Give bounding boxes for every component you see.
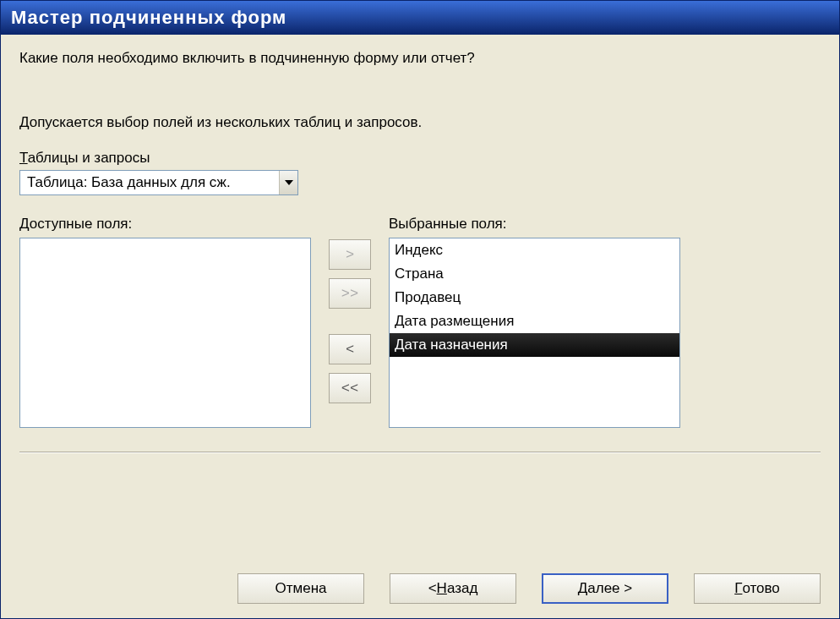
- list-item[interactable]: Индекс: [390, 238, 679, 262]
- remove-all-button[interactable]: <<: [329, 373, 371, 403]
- list-item[interactable]: Продавец: [390, 286, 679, 310]
- back-rest: азад: [447, 580, 477, 597]
- selected-column: Выбранные поля: ИндексСтранаПродавецДата…: [389, 216, 680, 428]
- selected-label: Выбранные поля:: [389, 216, 680, 233]
- back-button[interactable]: < Назад: [390, 573, 516, 604]
- titlebar: Мастер подчиненных форм: [1, 1, 839, 35]
- tables-queries-combo-wrap: Таблица: База данных для сж.: [19, 170, 821, 195]
- back-pre: <: [428, 580, 437, 597]
- list-item[interactable]: Страна: [390, 262, 679, 286]
- fields-row: Доступные поля: > >> < << Выбранные поля…: [19, 216, 821, 428]
- tables-queries-label: Таблицы и запросы: [19, 150, 821, 167]
- cancel-label: Отмена: [275, 580, 327, 597]
- list-item[interactable]: Дата назначения: [390, 333, 679, 357]
- question-text: Какие поля необходимо включить в подчине…: [19, 50, 821, 67]
- mover-column: > >> < <<: [311, 216, 389, 412]
- remove-button[interactable]: <: [329, 334, 371, 364]
- content-area: Какие поля необходимо включить в подчине…: [1, 35, 839, 559]
- available-fields-listbox[interactable]: [19, 238, 311, 428]
- next-rest: алее >: [587, 580, 632, 597]
- back-accel: Н: [437, 580, 447, 597]
- combo-dropdown-button[interactable]: [279, 171, 297, 194]
- hint-text: Допускается выбор полей из нескольких та…: [19, 114, 821, 131]
- selected-fields-listbox[interactable]: ИндексСтранаПродавецДата размещенияДата …: [389, 238, 680, 428]
- next-accel: Д: [578, 580, 588, 597]
- add-all-button[interactable]: >>: [329, 278, 371, 309]
- finish-accel: Г: [734, 580, 742, 597]
- add-button[interactable]: >: [329, 239, 371, 270]
- wizard-window: Мастер подчиненных форм Какие поля необх…: [0, 0, 840, 619]
- footer: Отмена < Назад Далее > Готово: [1, 559, 839, 618]
- available-column: Доступные поля:: [19, 216, 311, 428]
- finish-rest: отово: [742, 580, 779, 597]
- cancel-button[interactable]: Отмена: [237, 573, 364, 604]
- next-button[interactable]: Далее >: [542, 573, 668, 604]
- tables-queries-combo[interactable]: Таблица: База данных для сж.: [19, 170, 298, 195]
- tables-queries-accel: Т: [19, 150, 28, 166]
- list-item[interactable]: Дата размещения: [390, 310, 679, 333]
- combo-value: Таблица: База данных для сж.: [20, 174, 279, 191]
- footer-divider: [19, 452, 821, 453]
- titlebar-text: Мастер подчиненных форм: [11, 7, 286, 29]
- tables-queries-rest: аблицы и запросы: [28, 150, 150, 166]
- finish-button[interactable]: Готово: [694, 573, 821, 604]
- available-label: Доступные поля:: [19, 216, 311, 233]
- chevron-down-icon: [285, 180, 293, 185]
